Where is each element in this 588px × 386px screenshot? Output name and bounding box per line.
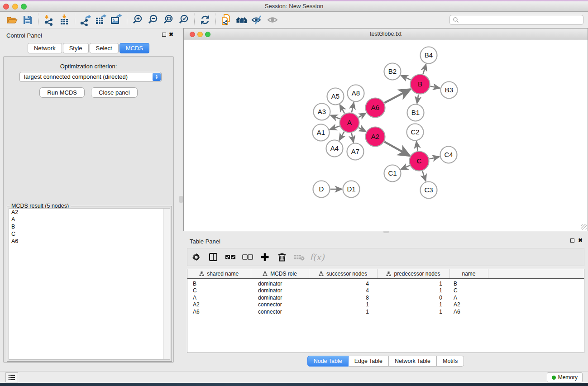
refresh-button[interactable] <box>197 13 213 27</box>
column-header-predecessor-nodes[interactable]: predecessor nodes <box>377 269 449 279</box>
table-row[interactable]: A6connector11A6 <box>187 308 584 315</box>
table-cell[interactable] <box>488 308 584 315</box>
column-header-name[interactable]: name <box>449 269 488 279</box>
zoom-network-window-button[interactable] <box>205 32 210 37</box>
table-cell[interactable]: A2 <box>187 301 251 309</box>
add-column-button[interactable] <box>256 253 273 262</box>
import-table-button[interactable] <box>57 13 72 27</box>
tab-select[interactable]: Select <box>90 43 119 53</box>
zoom-fit-button[interactable] <box>161 13 176 27</box>
memory-button[interactable]: Memory <box>547 372 583 382</box>
float-panel-icon[interactable] <box>570 238 574 243</box>
column-header-MCDS-role[interactable]: MCDS role <box>251 269 309 279</box>
export-table-button[interactable] <box>93 13 109 27</box>
tab-edge-table[interactable]: Edge Table <box>349 356 389 367</box>
node-C2[interactable]: C2 <box>407 124 424 141</box>
result-scrollbar[interactable] <box>163 209 170 359</box>
tab-style[interactable]: Style <box>63 43 89 53</box>
tab-motifs[interactable]: Motifs <box>437 356 464 367</box>
table-cell[interactable]: 0 <box>377 294 449 301</box>
table-cell[interactable]: 4 <box>309 287 377 294</box>
table-cell[interactable]: A2 <box>449 301 488 309</box>
settings-gear-button[interactable] <box>187 253 205 262</box>
node-B4[interactable]: B4 <box>421 47 437 64</box>
minimize-window-button[interactable] <box>12 4 18 10</box>
node-A7[interactable]: A7 <box>347 143 364 160</box>
edge-A-A4[interactable] <box>339 132 344 140</box>
tab-network-table[interactable]: Network Table <box>389 356 437 367</box>
result-item[interactable]: A2 <box>9 209 170 216</box>
zoom-selected-button[interactable] <box>176 13 191 27</box>
window-titlebar[interactable]: Session: New Session <box>0 1 588 12</box>
node-A1[interactable]: A1 <box>313 124 330 141</box>
network-view-window[interactable]: testGlobe.txt B4B2BB3A8A5A6A3B1AC2A1A2A4… <box>183 28 588 231</box>
result-item[interactable]: C <box>9 230 170 238</box>
edge-A-A5[interactable] <box>340 105 344 114</box>
zoom-in-button[interactable] <box>130 13 145 27</box>
edge-C-C4[interactable] <box>429 157 439 159</box>
result-item[interactable]: B <box>9 223 170 230</box>
table-cell[interactable]: 1 <box>377 308 449 315</box>
mcds-result-list[interactable]: A2ABCA6 <box>9 208 170 360</box>
table-cell[interactable]: connector <box>251 308 309 315</box>
table-cell[interactable]: C <box>449 287 488 294</box>
table-cell[interactable]: 8 <box>309 294 377 301</box>
node-B1[interactable]: B1 <box>407 105 424 121</box>
table-row[interactable]: Cdominator41C <box>187 287 584 294</box>
close-window-button[interactable] <box>3 4 9 10</box>
node-C3[interactable]: C3 <box>421 182 437 199</box>
node-A6[interactable]: A6 <box>366 98 385 118</box>
table-row[interactable]: Adominator80A <box>187 294 584 301</box>
edge-C-C2[interactable] <box>416 142 418 151</box>
node-table[interactable]: shared nameMCDS rolesuccessor nodesprede… <box>187 269 584 353</box>
edge-A-A6[interactable] <box>359 113 366 117</box>
tab-network[interactable]: Network <box>28 43 62 53</box>
node-A4[interactable]: A4 <box>326 140 343 157</box>
table-cell[interactable]: dominator <box>251 294 309 301</box>
table-cell[interactable]: 1 <box>309 301 377 309</box>
table-cell[interactable] <box>488 279 584 287</box>
export-image-button[interactable] <box>109 13 124 27</box>
edge-A-A3[interactable] <box>331 115 340 119</box>
table-cell[interactable]: A <box>449 294 488 301</box>
table-cell[interactable]: 4 <box>309 279 377 287</box>
edge-A-A8[interactable] <box>352 103 354 113</box>
table-cell[interactable]: connector <box>251 301 309 309</box>
criterion-dropdown[interactable]: largest connected component (directed) ▲… <box>19 72 162 82</box>
edge-A2-C[interactable] <box>384 142 410 156</box>
float-panel-icon[interactable] <box>162 33 166 37</box>
table-cell[interactable]: 1 <box>377 301 449 309</box>
node-A[interactable]: A <box>340 113 359 133</box>
edge-B-B1[interactable] <box>417 95 418 104</box>
table-cell[interactable]: B <box>449 279 488 287</box>
table-cell[interactable]: B <box>187 279 251 287</box>
node-A5[interactable]: A5 <box>327 88 344 105</box>
node-B[interactable]: B <box>411 75 430 94</box>
function-builder-button[interactable]: f(x) <box>310 252 325 262</box>
node-C1[interactable]: C1 <box>384 165 401 182</box>
table-row[interactable]: A2connector11A2 <box>187 301 584 309</box>
hide-panels-button[interactable] <box>249 13 265 27</box>
network-canvas[interactable]: B4B2BB3A8A5A6A3B1AC2A1A2A4A7C4CC1DD1C3 <box>184 41 588 231</box>
edge-A6-B[interactable] <box>384 89 410 103</box>
node-C[interactable]: C <box>410 152 429 171</box>
table-cell[interactable]: 1 <box>377 279 449 287</box>
column-header-empty[interactable] <box>488 269 584 279</box>
table-row[interactable]: Bdominator41B <box>187 279 584 287</box>
window-resize-grip-icon[interactable] <box>581 224 587 230</box>
search-field[interactable] <box>449 15 583 25</box>
network-window-titlebar[interactable]: testGlobe.txt <box>184 29 588 40</box>
edge-A-A7[interactable] <box>352 133 354 143</box>
deselect-all-button[interactable] <box>239 254 256 260</box>
column-layout-button[interactable] <box>205 253 222 262</box>
table-cell[interactable] <box>488 287 584 294</box>
search-input[interactable] <box>459 17 580 23</box>
edge-B-B4[interactable] <box>423 64 426 74</box>
edge-A-A1[interactable] <box>330 126 339 129</box>
tab-mcds[interactable]: MCDS <box>120 43 149 53</box>
clone-network-button[interactable] <box>219 13 234 27</box>
table-cell[interactable]: A6 <box>449 308 488 315</box>
close-network-window-button[interactable] <box>190 32 195 37</box>
table-cell[interactable] <box>488 294 584 301</box>
home-button[interactable] <box>234 13 249 27</box>
